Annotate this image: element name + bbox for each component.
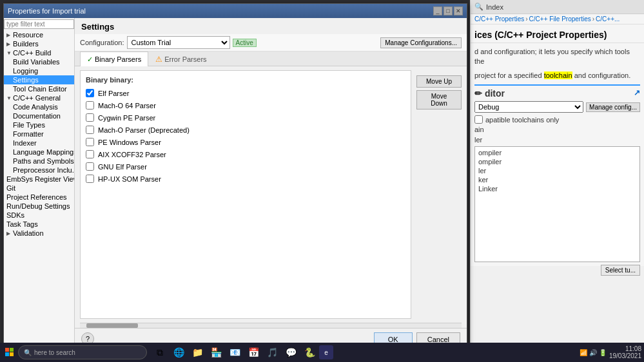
horizontal-scrollbar[interactable]: [80, 323, 462, 328]
hp-ux-label[interactable]: HP-UX SOM Parser: [98, 175, 161, 183]
taskbar-app-edge[interactable]: 🌐: [170, 343, 188, 361]
sidebar-item-indexer[interactable]: Indexer: [4, 138, 74, 148]
sidebar-item-paths-symbols[interactable]: Paths and Symbols: [4, 157, 74, 166]
taskbar-app-media[interactable]: 🎵: [263, 343, 281, 361]
cygwin-checkbox[interactable]: [86, 113, 94, 122]
tab-error-parsers[interactable]: ⚠ Error Parsers: [148, 52, 213, 66]
sidebar-item-sdks[interactable]: SDKs: [4, 211, 74, 220]
minimize-button[interactable]: _: [433, 6, 442, 15]
sidebar-item-logging[interactable]: Logging: [4, 66, 74, 75]
sidebar-item-language-mapping[interactable]: Language Mappings: [4, 148, 74, 157]
config-bar: Configuration: Custom Trial Active Manag…: [75, 34, 467, 52]
sidebar-item-cc-general[interactable]: ▼ C/C++ General: [4, 93, 74, 102]
error-tab-label: Error Parsers: [164, 55, 206, 63]
sidebar-item-cc-build[interactable]: ▼ C/C++ Build: [4, 48, 74, 57]
parser-item-macho-dep: Mach-O Parser (Deprecated): [86, 124, 405, 135]
toolchain-item-compiler1[interactable]: ompiler: [476, 148, 638, 157]
right-panel-title: ices (C/C++ Project Properties): [471, 24, 644, 43]
macho-dep-label[interactable]: Mach-O Parser (Deprecated): [98, 126, 190, 134]
move-down-button[interactable]: Move Down: [416, 90, 462, 110]
sidebar-item-tool-chain-editor[interactable]: Tool Chain Editor: [4, 84, 74, 93]
sidebar-item-git[interactable]: Git: [4, 184, 74, 193]
move-up-button[interactable]: Move Up: [416, 75, 462, 88]
tray-battery: 🔋: [599, 349, 607, 356]
sidebar-item-code-analysis[interactable]: Code Analysis: [4, 102, 74, 111]
macho64-checkbox[interactable]: [86, 101, 94, 110]
sidebar-item-embsys[interactable]: EmbSys Register View: [4, 175, 74, 184]
taskbar-app-python[interactable]: 🐍: [300, 343, 318, 361]
taskbar-app-explorer[interactable]: 📁: [188, 343, 206, 361]
cygwin-label[interactable]: Cygwin PE Parser: [98, 114, 155, 122]
sidebar-item-run-debug[interactable]: Run/Debug Settings: [4, 202, 74, 211]
search-bar[interactable]: 🔍 here to search: [18, 345, 147, 359]
right-panel-header: 🔍 Index: [471, 0, 644, 14]
linker-label-row: ler: [474, 136, 640, 144]
toolchain-item-ker[interactable]: ker: [476, 175, 638, 184]
editor-icon: ✏: [474, 88, 482, 99]
tabs-bar: ✓ Binary Parsers ⚠ Error Parsers: [75, 52, 467, 66]
aix-checkbox[interactable]: [86, 150, 94, 158]
binary-tab-icon: ✓: [87, 55, 93, 64]
manage-configurations-btn[interactable]: Manage Configurations...: [380, 37, 462, 48]
toolchain-item-compiler2[interactable]: ompiler: [476, 157, 638, 166]
taskbar-app-task-view[interactable]: ⧉: [151, 343, 169, 361]
sidebar-item-build-variables[interactable]: Build Variables: [4, 57, 74, 66]
logging-label: Logging: [13, 67, 38, 75]
compatible-checkbox[interactable]: [474, 115, 483, 124]
config-select[interactable]: Custom Trial: [127, 36, 230, 49]
gnu-elf-checkbox[interactable]: [86, 162, 94, 171]
parser-content-area: Binary binary: Elf Parser Mach-O 64 Pars…: [80, 70, 411, 319]
sidebar-item-documentation[interactable]: Documentation: [4, 111, 74, 120]
breadcrumb-item-3[interactable]: C/C++...: [596, 15, 620, 23]
select-tu-btn[interactable]: Select tu...: [601, 265, 640, 276]
taskbar-app-calendar[interactable]: 📅: [244, 343, 262, 361]
pe-windows-label[interactable]: PE Windows Parser: [98, 138, 161, 146]
sidebar-item-resource[interactable]: ▶ Resource: [4, 30, 74, 39]
taskbar-app-store[interactable]: 🏪: [207, 343, 225, 361]
sidebar-item-task-tags[interactable]: Task Tags: [4, 220, 74, 229]
taskbar-app-mail[interactable]: 📧: [226, 343, 244, 361]
code-analysis-label: Code Analysis: [13, 103, 58, 111]
expand-icon[interactable]: ↗: [634, 88, 640, 97]
taskbar: 🔍 here to search ⧉ 🌐 📁 🏪 📧 📅 🎵 💬 🐍 e 📶 🔊…: [0, 343, 644, 362]
tool-chain-label: Tool Chain Editor: [13, 85, 67, 93]
embsys-label: EmbSys Register View: [6, 175, 75, 183]
maximize-button[interactable]: □: [444, 6, 453, 15]
toolchain-item-linker[interactable]: Linker: [476, 184, 638, 193]
sidebar-item-formatter[interactable]: Formatter: [4, 129, 74, 138]
parser-item-gnu-elf: GNU Elf Parser: [86, 161, 405, 172]
system-tray: 📶 🔊 🔋: [580, 349, 607, 356]
debug-select[interactable]: Debug: [474, 101, 583, 113]
macho-dep-checkbox[interactable]: [86, 126, 94, 134]
sidebar-item-file-types[interactable]: File Types: [4, 120, 74, 129]
sidebar-item-project-refs[interactable]: Project References: [4, 193, 74, 202]
elf-checkbox[interactable]: [86, 89, 94, 97]
breadcrumb-item-1[interactable]: C/C++ Properties: [474, 15, 524, 23]
sidebar-filter-input[interactable]: [4, 19, 74, 29]
parser-item-elf: Elf Parser: [86, 88, 405, 99]
sidebar-item-validation[interactable]: ▶ Validation: [4, 229, 74, 238]
hp-ux-checkbox[interactable]: [86, 175, 94, 183]
pe-windows-checkbox[interactable]: [86, 138, 94, 146]
manage-config-btn[interactable]: Manage config...: [586, 102, 640, 112]
validation-label: Validation: [13, 229, 44, 237]
sidebar-item-preprocessor[interactable]: Preprocessor Inclu...: [4, 166, 74, 175]
breadcrumb-sep-1: ›: [525, 15, 527, 23]
taskbar-app-chat[interactable]: 💬: [282, 343, 300, 361]
toolchain-label-row: ain: [474, 126, 640, 133]
breadcrumb-item-2[interactable]: C/C++ File Properties: [529, 15, 591, 23]
sidebar-item-settings[interactable]: Settings: [4, 75, 74, 84]
toolchain-list[interactable]: ompiler ompiler ler ker Linker: [474, 146, 640, 262]
toolchain-item-ler[interactable]: ler: [476, 166, 638, 175]
sidebar-item-builders[interactable]: ▶ Builders: [4, 39, 74, 48]
macho64-label[interactable]: Mach-O 64 Parser: [98, 102, 156, 110]
tab-binary-parsers[interactable]: ✓ Binary Parsers: [80, 52, 148, 66]
elf-label[interactable]: Elf Parser: [98, 90, 129, 97]
desc-part3: and configuration.: [574, 71, 630, 79]
taskbar-app-eclipse[interactable]: e: [319, 345, 333, 359]
formatter-label: Formatter: [13, 130, 44, 138]
close-button[interactable]: ✕: [454, 6, 463, 15]
gnu-elf-label[interactable]: GNU Elf Parser: [98, 163, 147, 171]
start-button[interactable]: [3, 345, 17, 359]
aix-label[interactable]: AIX XCOFF32 Parser: [98, 151, 166, 158]
